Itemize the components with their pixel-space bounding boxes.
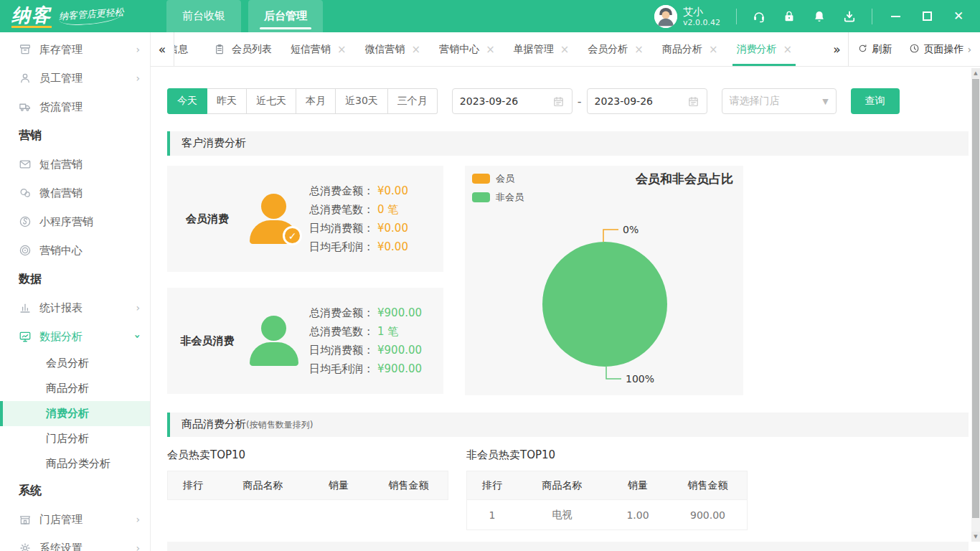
- lock-button[interactable]: [774, 0, 804, 32]
- refresh-button[interactable]: 刷新: [849, 32, 900, 66]
- minimize-icon: [891, 16, 900, 17]
- sidebar-item-4[interactable]: 短信营销: [0, 150, 150, 179]
- topbar: 纳客 纳客管店更轻松 前台收银后台管理 艾小 v2.0.0.42 ✕: [0, 0, 980, 32]
- legend-item-1[interactable]: 非会员: [472, 191, 524, 204]
- table-cell: 900.00: [669, 500, 748, 530]
- scroll-up-arrow[interactable]: ▲: [971, 68, 980, 78]
- legend-item-0[interactable]: 会员: [472, 172, 524, 185]
- stat-row: 日均消费额：¥0.00: [309, 222, 408, 235]
- open-tabs: 信息会员列表短信营销×微信营销×营销中心×单据管理×会员分析×商品分析×消费分析…: [174, 32, 824, 66]
- service-button[interactable]: [744, 0, 774, 32]
- calendar-icon: [687, 95, 699, 108]
- card-stats: 总消费金额：¥0.00总消费笔数：0 笔日均消费额：¥0.00日均毛利润：¥0.…: [309, 184, 408, 254]
- table-header-cell: 排行: [168, 471, 218, 500]
- tab-close-icon[interactable]: ×: [412, 43, 421, 56]
- tab-1[interactable]: 会员列表: [204, 32, 281, 66]
- quick-range-4[interactable]: 近30天: [336, 88, 388, 114]
- sidebar-subitem-12[interactable]: 商品分析: [0, 376, 150, 401]
- next-section-edge: [167, 542, 969, 551]
- tab-close-icon[interactable]: ×: [783, 43, 792, 56]
- sidebar-subitem-11[interactable]: 会员分析: [0, 351, 150, 376]
- tab-2[interactable]: 短信营销×: [281, 32, 356, 66]
- close-button[interactable]: ✕: [943, 0, 974, 32]
- tab-4[interactable]: 营销中心×: [430, 32, 504, 66]
- tab-8[interactable]: 消费分析×: [727, 32, 801, 66]
- app-version: v2.0.0.42: [683, 18, 720, 27]
- sidebar-item-9[interactable]: 统计报表›: [0, 293, 150, 322]
- tab-5[interactable]: 单据管理×: [504, 32, 579, 66]
- chart-title: 会员和非会员占比: [636, 171, 733, 187]
- query-button[interactable]: 查询: [851, 88, 900, 114]
- stat-label: 日均消费额：: [309, 222, 374, 235]
- quick-range-1[interactable]: 昨天: [207, 88, 247, 114]
- avatar[interactable]: [654, 5, 677, 28]
- sidebar-item-17[interactable]: 门店管理›: [0, 505, 150, 534]
- date-from-input[interactable]: 2023-09-26: [452, 88, 573, 114]
- gear-icon: [19, 542, 32, 551]
- consumption-card-1: 非会员消费总消费金额：¥900.00总消费笔数：1 笔日均消费额：¥900.00…: [167, 288, 443, 394]
- maximize-icon: [923, 11, 932, 21]
- sidebar-subitem-13[interactable]: 消费分析: [0, 401, 150, 426]
- stat-value: 0 笔: [377, 203, 398, 217]
- tab-label: 单据管理: [514, 43, 554, 56]
- tab-6[interactable]: 会员分析×: [578, 32, 653, 66]
- quick-range-2[interactable]: 近七天: [247, 88, 296, 114]
- logo-slogan: 纳客管店更轻松: [58, 6, 124, 27]
- table-row[interactable]: 1电视1.00900.00: [467, 500, 748, 530]
- minimize-button[interactable]: [880, 0, 911, 32]
- tab-label: 短信营销: [291, 43, 331, 56]
- tab-close-icon[interactable]: ×: [560, 43, 570, 56]
- envelope-icon: [19, 158, 32, 171]
- maximize-button[interactable]: [911, 0, 943, 32]
- sidebar-item-0[interactable]: 库存管理›: [0, 35, 150, 64]
- quick-range-3[interactable]: 本月: [296, 88, 336, 114]
- tabs-collapse-right-button[interactable]: »: [825, 32, 848, 66]
- tab-close-icon[interactable]: ×: [337, 43, 347, 56]
- tab-close-icon[interactable]: ×: [634, 43, 644, 56]
- sidebar-subitem-14[interactable]: 门店分析: [0, 426, 150, 451]
- divider: [736, 9, 737, 24]
- scrollbar-thumb[interactable]: [972, 79, 979, 518]
- consumption-cards: 会员消费✓总消费金额：¥0.00总消费笔数：0 笔日均消费额：¥0.00日均毛利…: [167, 166, 443, 394]
- sidebar-item-label: 数据分析: [39, 330, 83, 344]
- sidebar-item-6[interactable]: 小程序营销: [0, 207, 150, 236]
- quick-range-0[interactable]: 今天: [167, 88, 207, 114]
- sidebar-subitem-15[interactable]: 商品分类分析: [0, 451, 150, 476]
- page-operations-button[interactable]: 页面操作 ›: [900, 32, 980, 66]
- tab-3[interactable]: 微信营销×: [356, 32, 430, 66]
- tab-label: 会员分析: [588, 43, 628, 56]
- sidebar-item-18[interactable]: 系统设置›: [0, 534, 150, 551]
- topnav-tab-1[interactable]: 后台管理: [248, 0, 323, 32]
- stat-label: 总消费金额：: [309, 306, 374, 320]
- scroll-down-arrow[interactable]: ▼: [971, 532, 980, 542]
- sidebar: 库存管理›员工管理›货流管理营销短信营销微信营销小程序营销营销中心数据统计报表›…: [0, 32, 151, 551]
- stat-row: 总消费笔数：1 笔: [309, 325, 422, 339]
- date-to-input[interactable]: 2023-09-26: [587, 88, 707, 114]
- sidebar-subitem-label: 消费分析: [46, 407, 89, 420]
- quick-range-5[interactable]: 三个月: [388, 88, 438, 114]
- sidebar-item-10[interactable]: 数据分析›: [0, 322, 150, 351]
- date-to-value: 2023-09-26: [595, 95, 653, 107]
- sidebar-subitem-label: 会员分析: [46, 357, 89, 370]
- sidebar-item-5[interactable]: 微信营销: [0, 179, 150, 207]
- tab-close-icon[interactable]: ×: [486, 43, 495, 56]
- tab-7[interactable]: 商品分析×: [653, 32, 727, 66]
- customer-analysis-body: 会员消费✓总消费金额：¥0.00总消费笔数：0 笔日均消费额：¥0.00日均毛利…: [167, 166, 980, 395]
- user-meta: 艾小 v2.0.0.42: [683, 6, 720, 27]
- truck-icon: [19, 100, 32, 113]
- main-scrollbar[interactable]: ▲ ▼: [971, 68, 980, 542]
- tab-0[interactable]: 信息: [174, 32, 204, 66]
- download-button[interactable]: [834, 0, 864, 32]
- sidebar-item-1[interactable]: 员工管理›: [0, 64, 150, 93]
- topnav-tab-0[interactable]: 前台收银: [166, 0, 241, 32]
- tab-close-icon[interactable]: ×: [709, 43, 718, 56]
- sidebar-item-7[interactable]: 营销中心: [0, 236, 150, 265]
- stat-row: 总消费金额：¥0.00: [309, 184, 408, 198]
- tabs-collapse-left-button[interactable]: «: [151, 32, 174, 66]
- sidebar-item-2[interactable]: 货流管理: [0, 93, 150, 121]
- bell-button[interactable]: [804, 0, 834, 32]
- product-analysis-section-header: 商品消费分析 (按销售数量排列): [167, 413, 969, 437]
- tab-label: 会员列表: [232, 43, 272, 56]
- store-select[interactable]: 请选择门店 ▼: [722, 88, 837, 114]
- stat-value: ¥0.00: [377, 222, 408, 235]
